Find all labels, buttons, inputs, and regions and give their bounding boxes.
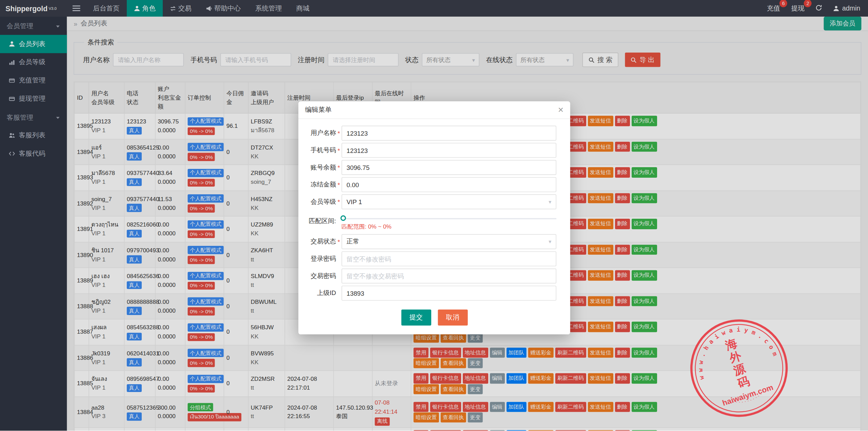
field-label: 匹配区间: (304, 212, 336, 226)
required-star: * (336, 147, 341, 154)
modal-field-username: 用户名称* (304, 126, 556, 141)
field-label: 会员等级 (304, 198, 336, 206)
field-label: 交易状态 (304, 237, 336, 246)
modal-field-phone: 手机号码* (304, 143, 556, 158)
submit-button[interactable]: 提交 (401, 310, 431, 326)
modal-field-level: 会员等级* VIP 1 ▾ (304, 194, 556, 209)
modal-field-login-pwd: 登录密码 (304, 251, 556, 266)
modal-field-trade-pwd: 交易密码 (304, 269, 556, 283)
modal-login-pwd-input[interactable] (341, 251, 556, 266)
viewport: Shippergold V3.0 后台首页角色交易帮助中心系统管理商城 充值 6… (0, 0, 868, 431)
cancel-button[interactable]: 取消 (438, 310, 468, 326)
field-label: 用户名称 (304, 129, 336, 137)
modal-body: 用户名称* 手机号码* 账号余额* 冻结金额* 会员等级* VIP 1 ▾ (298, 119, 570, 301)
required-star: * (336, 198, 341, 205)
field-label: 手机号码 (304, 146, 336, 154)
field-label: 登录密码 (304, 255, 336, 263)
modal-title: 编辑菜单 (305, 105, 332, 115)
modal-level-select[interactable]: VIP 1 ▾ (341, 194, 556, 209)
modal-field-trade-status: 交易状态* 正常 ▾ (304, 234, 556, 249)
close-icon[interactable]: × (558, 105, 564, 115)
field-label: 上级ID (304, 289, 336, 297)
required-star: * (336, 130, 341, 137)
range-hint: 匹配范围: 0% ~ 0% (341, 223, 556, 231)
chevron-down-icon: ▾ (549, 199, 551, 205)
modal-frozen-input[interactable] (341, 177, 556, 192)
field-label: 交易密码 (304, 272, 336, 280)
required-star: * (336, 181, 341, 188)
range-slider-track[interactable] (341, 218, 556, 219)
modal-field-parent-id: 上级ID (304, 286, 556, 300)
edit-member-modal: 编辑菜单 × 用户名称* 手机号码* 账号余额* 冻结金额* 会员等级* (298, 101, 570, 334)
required-star: * (336, 238, 341, 245)
app: Shippergold V3.0 后台首页角色交易帮助中心系统管理商城 充值 6… (0, 0, 868, 431)
field-label: 账号余额 (304, 163, 336, 172)
modal-phone-input[interactable] (341, 143, 556, 158)
modal-balance-input[interactable] (341, 160, 556, 175)
modal-header: 编辑菜单 × (298, 101, 570, 119)
field-label: 冻结金额 (304, 180, 336, 189)
modal-username-input[interactable] (341, 126, 556, 141)
required-star: * (336, 164, 341, 171)
modal-level-value: VIP 1 (347, 198, 362, 205)
modal-trade-pwd-input[interactable] (341, 269, 556, 283)
modal-field-frozen: 冻结金额* (304, 177, 556, 192)
range-slider-zone: 匹配范围: 0% ~ 0% (341, 212, 556, 231)
modal-field-balance: 账号余额* (304, 160, 556, 175)
modal-parent-id-input[interactable] (341, 286, 556, 300)
modal-trade-status-value: 正常 (347, 237, 359, 246)
modal-field-range: 匹配区间: 匹配范围: 0% ~ 0% (304, 212, 556, 231)
modal-footer: 提交 取消 (298, 303, 570, 334)
chevron-down-icon: ▾ (549, 239, 551, 245)
modal-trade-status-select[interactable]: 正常 ▾ (341, 234, 556, 249)
range-slider-handle[interactable] (340, 215, 346, 221)
